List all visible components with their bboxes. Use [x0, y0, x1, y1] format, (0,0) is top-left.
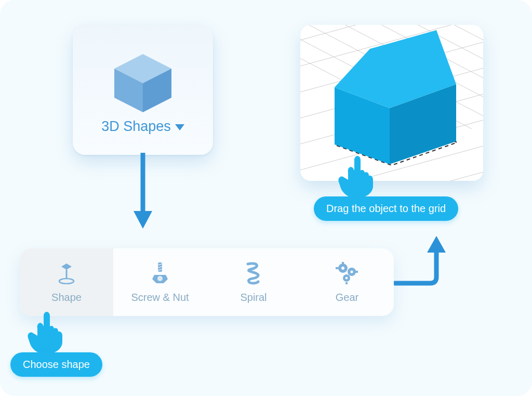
grid-preview-illustration	[300, 25, 483, 181]
svg-point-40	[341, 267, 344, 270]
palette-item-screw-nut[interactable]: Screw & Nut	[113, 248, 207, 316]
palette-item-spiral[interactable]: Spiral	[207, 248, 300, 316]
svg-marker-24	[61, 263, 72, 270]
svg-point-41	[350, 270, 353, 273]
shapes-category-label: 3D Shapes	[101, 118, 171, 135]
palette-item-label: Screw & Nut	[131, 292, 189, 303]
tooltip-drag-label: Drag the object to the grid	[326, 203, 446, 215]
tutorial-diagram: 3D Shapes	[0, 0, 532, 396]
palette-item-label: Gear	[336, 292, 358, 303]
shapes-category-label-row: 3D Shapes	[101, 118, 184, 135]
svg-rect-38	[355, 271, 358, 273]
svg-rect-39	[345, 282, 348, 284]
spiral-icon	[245, 261, 262, 284]
tooltip-drag: Drag the object to the grid	[314, 196, 458, 221]
svg-rect-36	[342, 262, 344, 265]
cube-icon	[109, 51, 177, 113]
svg-line-5	[300, 25, 483, 46]
svg-line-12	[300, 165, 483, 181]
pointer-hand-icon	[337, 153, 377, 199]
shape-primitive-icon	[56, 261, 77, 284]
chevron-down-icon	[175, 124, 184, 130]
tooltip-choose-label: Choose shape	[23, 359, 90, 371]
arrow-elbow-up-icon	[394, 235, 461, 297]
palette-item-gear[interactable]: Gear	[300, 248, 394, 316]
svg-rect-37	[336, 267, 338, 269]
svg-marker-43	[427, 236, 446, 253]
gear-icon	[335, 261, 359, 284]
arrow-down-icon	[131, 153, 154, 231]
pointer-hand-icon	[26, 309, 66, 354]
palette-item-label: Shape	[51, 292, 82, 303]
tooltip-choose: Choose shape	[10, 352, 102, 377]
svg-point-32	[157, 276, 163, 281]
shapes-category-card[interactable]: 3D Shapes	[73, 25, 213, 155]
workspace-preview	[300, 25, 483, 181]
shape-palette: Shape Screw & Nut Spiral	[20, 248, 394, 316]
screw-nut-icon	[151, 261, 169, 284]
palette-item-shape[interactable]: Shape	[20, 248, 113, 316]
svg-marker-4	[134, 211, 152, 229]
svg-point-42	[345, 276, 348, 279]
palette-item-label: Spiral	[240, 292, 267, 303]
svg-point-26	[59, 279, 74, 284]
